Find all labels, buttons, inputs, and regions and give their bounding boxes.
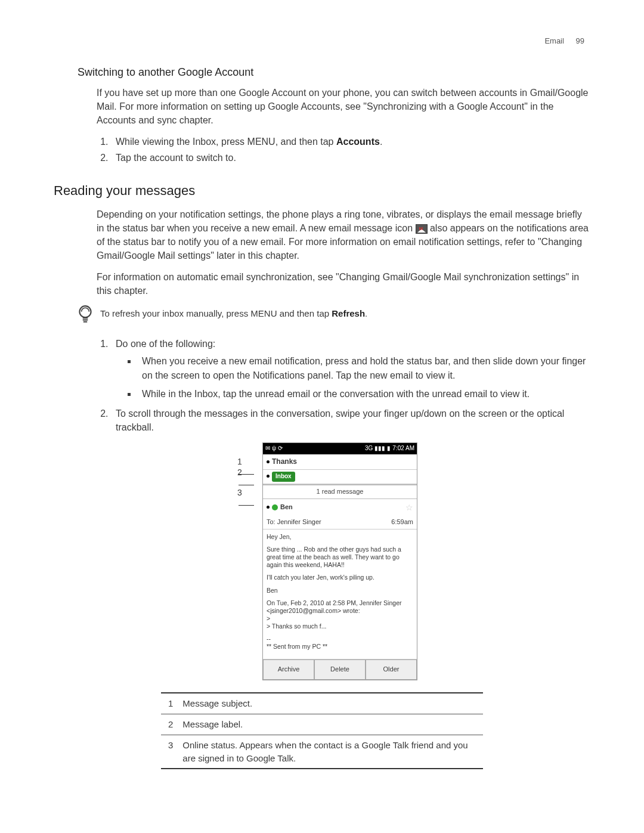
archive-button[interactable]: Archive <box>263 659 314 680</box>
sender-name: Ben <box>280 503 293 512</box>
step-item: Do one of the following: When you receiv… <box>111 337 590 401</box>
section-heading: Reading your messages <box>54 181 590 200</box>
message-body: Hey Jen, Sure thing ... Rob and the othe… <box>263 529 417 660</box>
step-item: To scroll through the messages in the co… <box>111 407 590 434</box>
page-number: 99 <box>576 36 584 45</box>
delete-button[interactable]: Delete <box>314 659 366 680</box>
inbox-label: Inbox <box>272 472 295 482</box>
message-subject: Thanks <box>263 454 417 470</box>
paragraph: Depending on your notification settings,… <box>97 208 590 263</box>
mail-icon <box>416 224 428 234</box>
lightbulb-icon <box>78 305 93 329</box>
step-item: Tap the account to switch to. <box>111 151 590 165</box>
callout-legend: 1Message subject. 2Message label. 3Onlin… <box>161 692 483 769</box>
steps-list: Do one of the following: When you receiv… <box>106 337 590 434</box>
from-row: Ben ☆ <box>263 499 417 516</box>
bullet-item: While in the Inbox, tap the unread email… <box>137 387 590 401</box>
button-row: Archive Delete Older <box>263 659 417 680</box>
subsection-heading: Switching to another Google Account <box>78 64 590 80</box>
network-icon: 3G <box>365 444 373 453</box>
paragraph: For information on automatic email synch… <box>97 270 590 298</box>
tip: To refresh your inbox manually, press ME… <box>78 305 590 329</box>
sync-icon: ⟳ <box>278 444 283 453</box>
page-header: Email 99 <box>544 36 584 47</box>
message-label-row: Inbox <box>263 470 417 484</box>
recipient: To: Jennifer Singer <box>267 518 321 527</box>
svg-rect-1 <box>83 317 88 318</box>
phone-screenshot: ✉ ψ ⟳ 3G ▮▮▮ ▮ 7:02 AM Thanks Inbox 1 re… <box>262 442 417 680</box>
clock: 7:02 AM <box>392 444 414 453</box>
status-bar: ✉ ψ ⟳ 3G ▮▮▮ ▮ 7:02 AM <box>263 443 417 454</box>
legend-row: 1Message subject. <box>161 693 483 714</box>
older-button[interactable]: Older <box>366 659 417 680</box>
battery-icon: ▮ <box>387 444 391 453</box>
legend-row: 2Message label. <box>161 714 483 735</box>
bullet-item: When you receive a new email notificatio… <box>137 354 590 382</box>
callout-3: 3 <box>237 487 255 511</box>
intro-paragraph: If you have set up more than one Google … <box>97 86 590 128</box>
signal-icon: ▮▮▮ <box>374 444 385 453</box>
svg-rect-2 <box>83 319 88 320</box>
tip-text: To refresh your inbox manually, press ME… <box>100 305 367 320</box>
steps-list: While viewing the Inbox, press MENU, and… <box>106 135 590 165</box>
star-icon[interactable]: ☆ <box>405 501 413 513</box>
usb-icon: ψ <box>272 444 276 453</box>
legend-row: 3Online status. Appears when the contact… <box>161 735 483 769</box>
mail-status-icon: ✉ <box>265 444 270 453</box>
message-time: 6:59am <box>391 518 413 527</box>
step-item: While viewing the Inbox, press MENU, and… <box>111 135 590 148</box>
read-message-row[interactable]: 1 read message <box>263 484 417 499</box>
svg-rect-3 <box>83 321 87 323</box>
to-row: To: Jennifer Singer 6:59am <box>263 516 417 529</box>
online-status-icon <box>272 504 278 510</box>
chapter-name: Email <box>544 36 564 45</box>
